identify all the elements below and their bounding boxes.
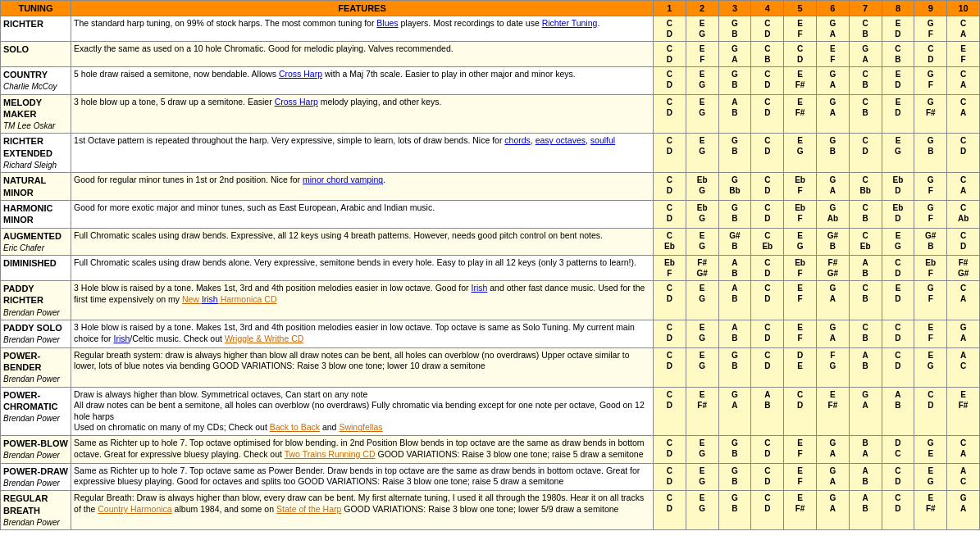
draw-note: B <box>885 54 912 65</box>
note-cell-3: GA <box>718 387 751 436</box>
blow-note: E <box>786 69 814 79</box>
note-cell-7: CB <box>849 200 882 228</box>
note-cell-10: CD <box>947 134 980 173</box>
features-text: 3 hole blow up a tone, 5 draw up a semit… <box>74 97 441 107</box>
draw-note: D <box>656 476 683 487</box>
tuning-sub: Brendan Power <box>3 451 60 460</box>
note-cell-3: AB <box>718 94 751 134</box>
note-cell-4: CD <box>751 281 784 320</box>
draw-note: D <box>885 503 912 514</box>
note-cell-8: CD <box>882 347 914 387</box>
draw-note: B <box>819 146 846 157</box>
note-cell-1: CD <box>653 347 686 387</box>
note-cell-2: EF <box>686 42 718 67</box>
tuning-name: AUGMENTED <box>3 231 62 241</box>
blow-note: C <box>754 257 781 268</box>
draw-note: D <box>656 29 683 39</box>
draw-note: G <box>689 213 716 224</box>
blow-note: C <box>754 283 781 293</box>
tuning-sub: Brendan Power <box>3 479 60 488</box>
tuning-sub: Brendan Power <box>3 414 60 423</box>
draw-note: G <box>689 503 716 514</box>
blow-note: C <box>885 465 912 476</box>
blow-note: F# <box>819 257 846 268</box>
blow-note: C <box>656 389 683 400</box>
blow-note: G <box>917 135 944 146</box>
blow-note: C <box>950 69 977 79</box>
draw-note: Eb <box>852 241 879 252</box>
blow-note: E <box>689 230 716 241</box>
draw-note: A <box>950 29 977 39</box>
draw-note: D <box>754 185 781 196</box>
note-cell-1: CD <box>653 281 686 320</box>
draw-note: D <box>885 333 912 343</box>
blow-note: G <box>819 135 846 146</box>
note-cell-3: GB <box>718 436 751 464</box>
draw-note: D <box>950 241 977 252</box>
draw-note: A <box>950 293 977 304</box>
blow-note: E <box>917 465 944 476</box>
main-table: TUNING FEATURES 1 2 3 4 5 6 7 8 9 10 RIC… <box>0 0 980 530</box>
blow-note: C <box>656 493 683 503</box>
blow-note: A <box>754 389 781 400</box>
note-cell-4: CD <box>751 67 784 95</box>
tuning-sub: Eric Chafer <box>3 243 44 252</box>
blow-note: E <box>689 69 716 79</box>
note-cell-7: AB <box>849 256 882 281</box>
blow-note: C <box>656 175 683 185</box>
note-cell-2: EG <box>686 491 718 530</box>
tuning-sub: Richard Sleigh <box>3 161 57 170</box>
note-cell-2: EG <box>686 134 718 173</box>
note-cell-4: AB <box>751 387 784 436</box>
blow-note: G <box>722 389 749 400</box>
draw-note: A <box>950 107 977 118</box>
blow-note: E <box>786 283 814 293</box>
note-cell-10: EF# <box>947 387 980 436</box>
note-cell-6: GA <box>816 436 849 464</box>
note-cell-3: GB <box>718 134 751 173</box>
tuning-sub: Brendan Power <box>3 518 60 527</box>
draw-note: F <box>917 268 944 279</box>
note-cell-9: EF# <box>914 491 947 530</box>
blow-note: C <box>754 69 781 79</box>
note-cell-9: EF <box>914 320 947 348</box>
blow-note: G <box>819 493 846 503</box>
note-cell-3: GB <box>718 16 751 42</box>
draw-note: D <box>754 146 781 157</box>
blow-note: A <box>950 465 977 476</box>
draw-note: B <box>754 54 781 65</box>
draw-note: B <box>722 79 749 90</box>
note-cell-10: CD <box>947 228 980 256</box>
draw-note: A <box>819 476 846 487</box>
blow-note: C <box>754 438 781 448</box>
features-text: Regular Breath: Draw is always higher th… <box>74 493 644 514</box>
blow-note: E <box>917 322 944 333</box>
tuning-cell: PADDY RICHTERBrendan Power <box>1 281 71 320</box>
blow-note: E <box>689 493 716 503</box>
blow-note: C <box>656 283 683 293</box>
features-cell: Regular Breath: Draw is always higher th… <box>71 491 654 530</box>
draw-note: G <box>689 293 716 304</box>
features-text: The standard harp tuning, on 99% of stoc… <box>74 18 599 28</box>
draw-note: F <box>786 448 814 459</box>
draw-note: G <box>689 333 716 343</box>
draw-note: F <box>786 293 814 304</box>
blow-note: E <box>885 97 912 107</box>
tuning-name: RICHTER <box>3 19 43 29</box>
note-cell-6: GA <box>816 320 849 348</box>
blow-note: E <box>786 322 814 333</box>
features-cell: 3 hole blow up a tone, 5 draw up a semit… <box>71 94 654 134</box>
blow-note: E <box>786 18 814 29</box>
tuning-cell: HARMONIC MINOR <box>1 200 71 228</box>
draw-note: A <box>819 185 846 196</box>
note-cell-1: CD <box>653 42 686 67</box>
note-cell-2: EG <box>686 463 718 491</box>
draw-note: G <box>689 448 716 459</box>
note-cell-1: CD <box>653 94 686 134</box>
blow-note: G <box>917 97 944 107</box>
draw-note: A <box>819 79 846 90</box>
draw-note: B <box>852 333 879 343</box>
blow-note: G <box>852 43 879 54</box>
draw-note: F <box>786 213 814 224</box>
blow-note: C <box>754 135 781 146</box>
